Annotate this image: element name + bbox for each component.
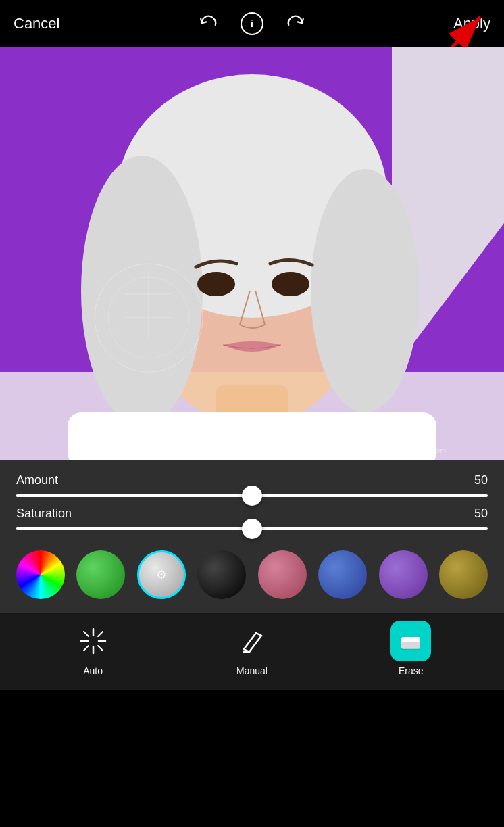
swatch-white-selected[interactable]: ⚙ bbox=[137, 550, 186, 599]
photo-background: www.deyqq.com bbox=[0, 47, 504, 460]
saturation-slider-track[interactable] bbox=[16, 527, 488, 530]
cancel-button[interactable]: Cancel bbox=[14, 15, 59, 32]
saturation-slider-thumb[interactable] bbox=[242, 519, 262, 539]
svg-text:www.deyqq.com: www.deyqq.com bbox=[391, 446, 446, 454]
manual-icon-container bbox=[232, 621, 272, 661]
swatch-blue[interactable] bbox=[318, 550, 367, 599]
auto-icon bbox=[78, 626, 108, 656]
manual-label: Manual bbox=[236, 665, 268, 676]
saturation-slider-fill bbox=[16, 527, 252, 530]
svg-line-29 bbox=[249, 636, 261, 652]
amount-slider-section: Amount 50 bbox=[16, 473, 488, 497]
swatch-purple[interactable] bbox=[379, 550, 428, 599]
amount-value: 50 bbox=[474, 473, 488, 488]
svg-line-24 bbox=[98, 646, 103, 651]
svg-point-8 bbox=[311, 169, 419, 412]
saturation-label: Saturation bbox=[16, 506, 72, 521]
auto-icon-container bbox=[73, 621, 114, 661]
swatch-rainbow[interactable] bbox=[16, 550, 65, 599]
controls-panel: Amount 50 Saturation 50 ⚙ bbox=[0, 460, 504, 613]
amount-slider-track[interactable] bbox=[16, 494, 488, 497]
swatch-settings-icon: ⚙ bbox=[156, 567, 167, 582]
svg-point-7 bbox=[81, 156, 203, 426]
svg-line-26 bbox=[84, 646, 89, 651]
amount-label: Amount bbox=[16, 473, 58, 488]
svg-point-11 bbox=[197, 272, 235, 296]
tool-auto[interactable]: Auto bbox=[66, 621, 120, 676]
erase-label: Erase bbox=[399, 665, 424, 676]
svg-point-12 bbox=[272, 272, 309, 296]
saturation-slider-row bbox=[16, 527, 488, 530]
svg-line-28 bbox=[256, 633, 261, 636]
erase-icon bbox=[397, 628, 424, 655]
apply-button[interactable]: Apply bbox=[453, 15, 490, 32]
undo-button[interactable] bbox=[196, 11, 220, 36]
tool-manual[interactable]: Manual bbox=[225, 621, 279, 676]
bottom-toolbar: Auto Manual Erase bbox=[0, 613, 504, 690]
swatch-pink[interactable] bbox=[258, 550, 307, 599]
saturation-value: 50 bbox=[474, 506, 488, 521]
svg-line-23 bbox=[84, 632, 89, 636]
amount-slider-row bbox=[16, 494, 488, 497]
svg-line-27 bbox=[244, 633, 256, 649]
top-center-icons: i bbox=[196, 11, 308, 36]
auto-label: Auto bbox=[83, 665, 103, 676]
top-bar: Cancel i Apply bbox=[0, 0, 504, 47]
amount-slider-thumb[interactable] bbox=[242, 486, 262, 506]
photo-area: www.deyqq.com bbox=[0, 47, 504, 460]
redo-button[interactable] bbox=[284, 11, 308, 36]
amount-slider-fill bbox=[16, 494, 252, 497]
svg-rect-33 bbox=[401, 642, 420, 649]
color-swatches-row: ⚙ bbox=[16, 540, 488, 606]
saturation-slider-section: Saturation 50 bbox=[16, 506, 488, 530]
swatch-black[interactable] bbox=[197, 550, 246, 599]
svg-line-25 bbox=[98, 632, 103, 636]
swatch-green[interactable] bbox=[76, 550, 125, 599]
swatch-olive[interactable] bbox=[439, 550, 488, 599]
manual-icon bbox=[237, 626, 267, 656]
tool-erase[interactable]: Erase bbox=[384, 621, 438, 676]
svg-rect-10 bbox=[68, 412, 436, 460]
erase-icon-container bbox=[390, 621, 431, 661]
info-button[interactable]: i bbox=[241, 12, 263, 35]
